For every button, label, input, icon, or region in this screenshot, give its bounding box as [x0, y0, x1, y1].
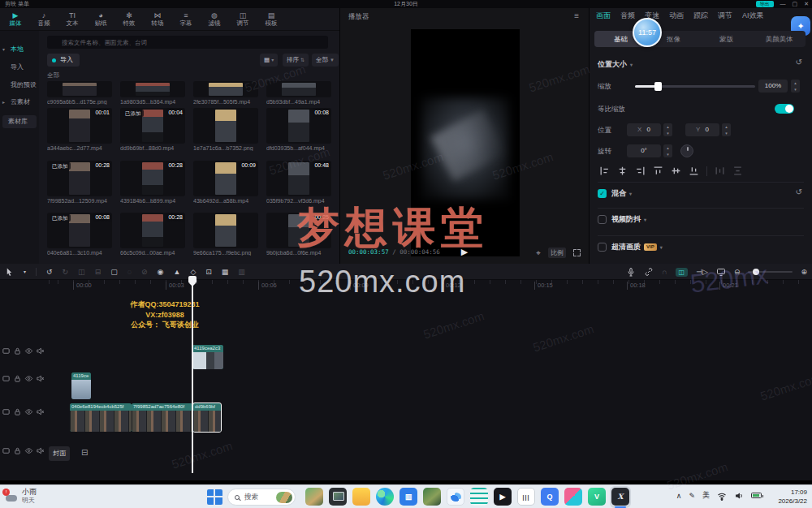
record-voiceover-icon[interactable]: [626, 267, 636, 277]
toolbar-item-text[interactable]: TI 文本: [65, 11, 80, 27]
taskbar-app-notes[interactable]: [470, 488, 488, 506]
mute-icon[interactable]: [36, 374, 45, 383]
media-item[interactable]: 00:08 dfd03935b...af044.mp4: [266, 108, 331, 151]
align-center-h-icon[interactable]: [617, 166, 628, 176]
media-item[interactable]: 2fe30785f...505f5.mp4: [193, 81, 258, 105]
timeline-zoom-slider[interactable]: [748, 271, 793, 273]
delete-button[interactable]: ▢: [110, 264, 118, 280]
more-tools-button[interactable]: ▥: [238, 264, 245, 280]
play-button[interactable]: ▶: [461, 247, 468, 257]
position-x-field[interactable]: X0: [627, 123, 661, 136]
taskbar-app-taskview[interactable]: [329, 488, 347, 506]
mute-icon[interactable]: [36, 407, 45, 416]
align-left-icon[interactable]: [599, 166, 610, 176]
video-preview[interactable]: [411, 29, 520, 256]
inspector-tab-3[interactable]: 动画: [669, 11, 684, 21]
eye-icon[interactable]: [24, 407, 33, 416]
undo-button[interactable]: ↺: [46, 264, 53, 280]
pen-icon[interactable]: ✎: [689, 492, 695, 500]
tray-expand-icon[interactable]: ∧: [676, 492, 682, 500]
toolbar-item-effects[interactable]: ✻ 特效: [122, 11, 136, 27]
inspector-tab-5[interactable]: 调节: [718, 11, 732, 21]
rotate-knob[interactable]: [680, 144, 693, 157]
media-item[interactable]: 已添加 00:04 dd9b69bf...88d0.mp4: [120, 108, 185, 151]
export-button[interactable]: 导出: [756, 1, 774, 7]
lock-icon[interactable]: [13, 347, 22, 355]
toolbar-item-audio[interactable]: ♪ 音频: [37, 11, 51, 27]
timeline-clip-selected[interactable]: dd9b69bf: [193, 403, 221, 432]
media-item[interactable]: 00:48 035f9b792...vf3d6.mp4: [266, 161, 331, 204]
media-item[interactable]: 00:25 9b0jcba6d...0f6e.mp4: [266, 213, 331, 256]
hd-checkbox[interactable]: [598, 243, 607, 252]
playhead-line[interactable]: [192, 280, 193, 473]
media-item[interactable]: 已添加 00:08 040e6a81...3c10.mp4: [47, 213, 112, 256]
media-item[interactable]: 已添加 00:28 7f99852ad...12509.mp4: [47, 161, 112, 204]
eye-icon[interactable]: [24, 374, 33, 383]
fullscreen-icon[interactable]: [573, 249, 581, 256]
taskbar-app-store[interactable]: ▥: [400, 488, 417, 506]
mute-icon[interactable]: [36, 446, 45, 455]
close-button[interactable]: ✕: [804, 0, 809, 8]
sidebar-item-3[interactable]: ▸ 云素材: [0, 96, 39, 109]
tool-dropdown-icon[interactable]: ▾: [24, 264, 26, 280]
media-item[interactable]: 1e7a71c6a...b7352.png: [193, 108, 258, 151]
playhead-handle[interactable]: [188, 276, 197, 283]
quality-preview-icon[interactable]: ⌖: [536, 248, 541, 258]
sidebar-item-1[interactable]: 导入: [0, 61, 39, 74]
align-top-icon[interactable]: [653, 166, 663, 176]
cover-button[interactable]: 封面: [49, 446, 70, 461]
taskbar-app-studio[interactable]: [564, 488, 582, 506]
distribute-h-icon[interactable]: [715, 166, 725, 176]
sidebar-item-4[interactable]: 素材库: [2, 115, 37, 128]
mute-icon[interactable]: [36, 347, 45, 355]
lock-icon[interactable]: [13, 407, 22, 416]
taskbar-app-qq[interactable]: Q: [541, 488, 559, 506]
link-clips-icon[interactable]: [644, 267, 654, 277]
volume-icon[interactable]: [734, 491, 744, 501]
eye-icon[interactable]: [24, 446, 33, 455]
toolbar-item-adjust[interactable]: ◫ 调节: [235, 11, 250, 27]
blend-reset-icon[interactable]: ↺: [796, 187, 802, 196]
timeline-ruler[interactable]: 00:0000:0300:0600:0900:1200:1500:1800:21: [47, 280, 812, 292]
inspector-subtab-2[interactable]: 蒙版: [700, 31, 753, 47]
minimize-button[interactable]: —: [780, 0, 786, 8]
mirror-button[interactable]: ▲: [173, 264, 180, 280]
timeline-clip[interactable]: 7f99852ad7ac7564e80f: [132, 403, 192, 432]
rotate-value-field[interactable]: 0°: [627, 144, 661, 157]
import-button[interactable]: 导入: [47, 54, 80, 67]
aspect-ratio-button[interactable]: 比例: [548, 248, 566, 258]
taskbar-app-vpn[interactable]: V: [588, 488, 606, 506]
lock-icon[interactable]: [13, 446, 22, 455]
align-bottom-icon[interactable]: [689, 166, 699, 176]
sidebar-item-0[interactable]: ▾ 本地: [0, 43, 39, 56]
timeline-clip[interactable]: 040e6e8194ecb4cb525f: [70, 403, 132, 432]
battery-icon[interactable]: [751, 493, 762, 498]
inspector-tab-4[interactable]: 跟踪: [693, 11, 708, 21]
media-item[interactable]: 00:28 66c5c09d...00ae.mp4: [120, 213, 185, 256]
taskbar-app-thunder[interactable]: [447, 488, 464, 506]
distribute-v-icon[interactable]: [732, 166, 743, 176]
position-y-stepper[interactable]: ▴▾: [722, 123, 731, 136]
media-item[interactable]: d5b93dbf...49a1.mp4: [266, 81, 331, 105]
weather-widget[interactable]: ! 小雨明天: [4, 488, 37, 505]
media-item[interactable]: c9095a6b5...d175e.png: [47, 81, 112, 105]
taskbar-app-edge[interactable]: [376, 488, 394, 506]
filter-button[interactable]: 全部 ▼: [312, 54, 339, 67]
toolbar-item-media[interactable]: ▶ 媒体: [8, 11, 23, 27]
lock-icon[interactable]: [13, 374, 22, 383]
select-tool-icon[interactable]: [5, 267, 14, 277]
crop-button[interactable]: ⊡: [205, 264, 212, 280]
timeline-clip[interactable]: 4119cea2c3: [192, 345, 223, 369]
media-item[interactable]: 9e66ca175...f9ebc.png: [193, 213, 258, 256]
scale-value[interactable]: 100%: [758, 80, 788, 93]
scale-slider[interactable]: [635, 85, 755, 88]
toolbar-item-template[interactable]: ▤ 模板: [264, 11, 279, 27]
taskbar-clock[interactable]: 17:09 2026/3/22: [778, 489, 807, 506]
scale-stepper[interactable]: ▴▾: [791, 80, 800, 93]
taskbar-app-player[interactable]: ▶: [494, 488, 512, 506]
grid-view-button[interactable]: ▦ ▾: [260, 54, 278, 67]
taskbar-app-photos[interactable]: [305, 488, 323, 506]
taskbar-app-capcut[interactable]: X: [611, 488, 629, 506]
sort-button[interactable]: 排序 ⇅: [283, 54, 309, 67]
position-x-stepper[interactable]: ▴▾: [663, 123, 672, 136]
